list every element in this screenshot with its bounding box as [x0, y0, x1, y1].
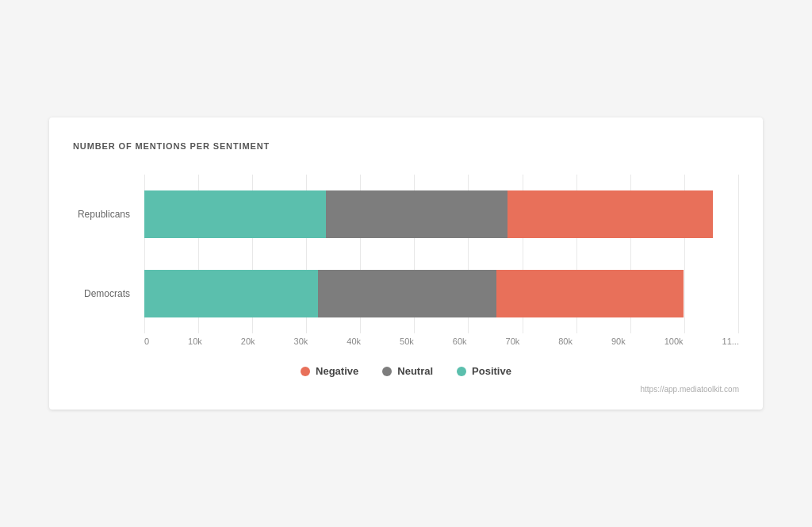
bars-wrapper [144, 175, 739, 333]
legend-item-negative: Negative [301, 365, 358, 377]
chart-inner: Republicans Democrats [73, 175, 739, 333]
chart-title: NUMBER OF MENTIONS PER SENTIMENT [73, 141, 739, 151]
bar-group-democrats [144, 270, 703, 317]
bar-row-republicans [144, 175, 739, 254]
legend-item-positive: Positive [457, 365, 511, 377]
x-label-20k: 20k [241, 337, 255, 346]
bar-group-republicans [144, 190, 722, 238]
chart-area: Republicans Democrats [73, 175, 739, 346]
bar-republicans-neutral [326, 190, 508, 238]
x-label-70k: 70k [506, 337, 520, 346]
bar-republicans-positive [144, 190, 326, 238]
bar-democrats-positive [144, 270, 318, 317]
x-axis-labels: 0 10k 20k 30k 40k 50k 60k 70k 80k 90k 10… [144, 337, 739, 346]
legend-label-neutral: Neutral [397, 365, 433, 377]
bar-republicans-negative [508, 190, 712, 238]
y-label-republicans: Republicans [73, 209, 136, 220]
legend-dot-positive [457, 367, 466, 376]
x-axis-row: 0 10k 20k 30k 40k 50k 60k 70k 80k 90k 10… [73, 337, 739, 346]
legend-dot-neutral [382, 367, 392, 376]
legend-item-neutral: Neutral [382, 365, 433, 377]
x-label-80k: 80k [558, 337, 573, 346]
chart-card: NUMBER OF MENTIONS PER SENTIMENT Republi… [49, 117, 763, 410]
legend: Negative Neutral Positive [73, 365, 739, 377]
legend-dot-negative [301, 367, 310, 376]
x-label-40k: 40k [347, 337, 361, 346]
x-label-100k: 100k [665, 337, 684, 346]
x-label-0: 0 [144, 337, 149, 346]
x-axis-spacer [73, 337, 144, 346]
footer-url: https://app.mediatoolkit.com [73, 385, 739, 394]
legend-label-negative: Negative [316, 365, 358, 377]
y-axis: Republicans Democrats [73, 175, 144, 333]
x-label-90k: 90k [611, 337, 626, 346]
y-label-democrats: Democrats [73, 288, 136, 299]
x-label-30k: 30k [294, 337, 308, 346]
x-label-60k: 60k [453, 337, 467, 346]
x-label-110k: 11... [722, 337, 739, 346]
bar-democrats-negative [496, 270, 684, 317]
bar-democrats-neutral [318, 270, 497, 317]
x-label-10k: 10k [188, 337, 202, 346]
legend-label-positive: Positive [472, 365, 511, 377]
x-label-50k: 50k [400, 337, 414, 346]
bar-row-democrats [144, 254, 739, 333]
